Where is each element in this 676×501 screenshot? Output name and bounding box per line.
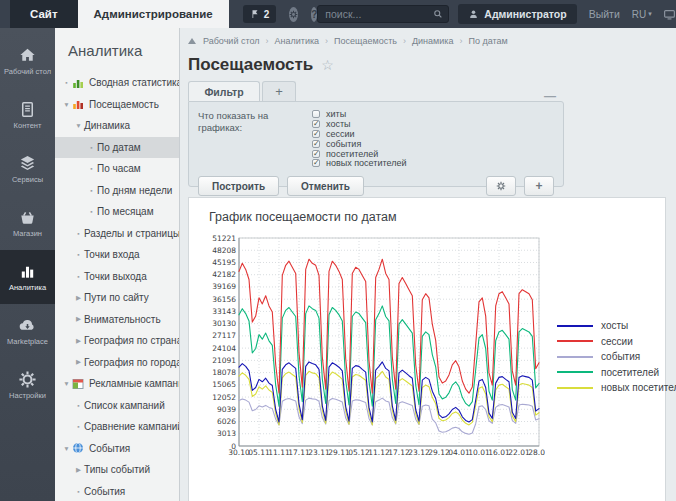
tab-administration[interactable]: Администрирование (78, 0, 229, 28)
checkbox[interactable] (312, 110, 320, 118)
traffic-line-chart: 0301360269039120521506518078210912410427… (209, 234, 545, 458)
menu-item[interactable]: ▶ География по странам (55, 330, 179, 352)
legend-line-swatch (557, 356, 593, 358)
checkbox[interactable]: ✓ (312, 140, 320, 148)
checkbox-row[interactable]: ✓ сессии (312, 129, 406, 139)
menu-item-label: Список кампаний (84, 400, 165, 411)
menu-item[interactable]: ▪ По месяцам (55, 201, 179, 223)
search-input[interactable] (323, 7, 433, 21)
checkbox[interactable]: ✓ (312, 159, 320, 167)
y-tick-label: 6026 (217, 417, 236, 426)
menu-item-marker-icon: ▪ (73, 230, 84, 237)
rail-item-label: Рабочий стол (4, 68, 51, 77)
add-filter-tab-button[interactable]: + (262, 81, 296, 101)
checkbox-row[interactable]: ✓ хосты (312, 119, 406, 129)
menu-item[interactable]: ▶ География по городам (55, 352, 179, 374)
menu-item[interactable]: ▶ Пути по сайту (55, 287, 179, 309)
rail-item-label: Marketplace (7, 338, 48, 347)
checkbox-row[interactable]: хиты (312, 109, 406, 119)
menu-item[interactable]: ▼ События (55, 438, 179, 460)
rail-item[interactable]: Рабочий стол (0, 34, 55, 88)
chart-title: График посещаемости по датам (201, 210, 665, 224)
desktop-icon[interactable] (188, 38, 196, 44)
logout-link[interactable]: Выйти (589, 8, 620, 20)
checkbox-label: новых посетителей (326, 158, 406, 168)
user-menu-button[interactable]: Администратор (458, 4, 576, 24)
filter-settings-button[interactable] (486, 176, 516, 196)
menu-item[interactable]: ▪ Сравнение кампаний (55, 416, 179, 438)
checkbox-row[interactable]: ✓ события (312, 139, 406, 149)
favorite-star-icon[interactable]: ☆ (321, 57, 334, 73)
rail-item-icon (18, 46, 38, 66)
chevron-separator-icon: › (325, 36, 328, 46)
menu-item-label: События (89, 443, 130, 454)
gear-icon (289, 10, 298, 19)
menu-item[interactable]: ▶ Типы событий (55, 459, 179, 481)
x-tick-label: 29.12 (428, 448, 450, 457)
menu-item[interactable]: ▼ Посещаемость (55, 94, 179, 116)
menu-item[interactable]: ▪ По датам (55, 137, 179, 159)
checkbox-row[interactable]: ✓ посетителей (312, 149, 406, 159)
menu-item[interactable]: ▼ Рекламные кампании (55, 373, 179, 395)
breadcrumb-item[interactable]: Аналитика › (275, 36, 329, 46)
menu-item[interactable]: ▼ Динамика (55, 115, 179, 137)
user-name: Администратор (484, 8, 566, 20)
menu-item[interactable]: ▪ По часам (55, 158, 179, 180)
add-filter-field-button[interactable]: + (524, 176, 554, 196)
search-icon[interactable] (433, 9, 443, 19)
menu-item-marker-icon: ▪ (86, 187, 97, 194)
breadcrumb-item[interactable]: Посещаемость › (334, 36, 406, 46)
breadcrumb-item[interactable]: Рабочий стол › (203, 36, 269, 46)
menu-item[interactable]: ▪ По дням недели (55, 180, 179, 202)
search-box (317, 5, 449, 23)
tab-site[interactable]: Сайт (10, 0, 78, 28)
cancel-button[interactable]: Отменить (287, 176, 364, 196)
rail-item[interactable]: Аналитика (0, 250, 55, 304)
legend-label: хосты (601, 320, 628, 331)
minimize-filter-icon[interactable]: — (536, 91, 564, 101)
rail-item-label: Сервисы (12, 176, 43, 185)
checkbox[interactable]: ✓ (312, 120, 320, 128)
settings-circle-button[interactable] (289, 7, 298, 22)
checkbox[interactable]: ✓ (312, 150, 320, 158)
menu-item-label: По дням недели (97, 185, 172, 196)
checkbox[interactable]: ✓ (312, 130, 320, 138)
rail-item[interactable]: Контент (0, 88, 55, 142)
notifications-count: 2 (264, 9, 270, 20)
notifications-button[interactable]: 2 (243, 5, 277, 23)
menu-item[interactable]: ▪ Список кампаний (55, 395, 179, 417)
menu-item[interactable]: ▪ Разделы и страницы (55, 223, 179, 245)
y-tick-label: 33143 (212, 307, 236, 316)
menu-item[interactable]: ▪ Сводная статистика (55, 72, 179, 94)
admin-app: Сайт Администрирование 2 ? Администратор… (0, 0, 676, 501)
y-tick-label: 51221 (212, 234, 236, 243)
menu-item-marker-icon: ▪ (61, 79, 72, 86)
legend-label: события (601, 351, 640, 362)
rail-item-icon (18, 370, 38, 390)
rail-item-icon (18, 262, 38, 282)
build-button[interactable]: Построить (198, 176, 279, 196)
rail-item[interactable]: Магазин (0, 196, 55, 250)
menu-item-marker-icon: ▶ (73, 466, 84, 474)
menu-item-marker-icon: ▼ (73, 122, 84, 129)
menu-item[interactable]: ▪ Точки входа (55, 244, 179, 266)
rail-item[interactable]: Настройки (0, 358, 55, 412)
menu-item[interactable]: ▪ События (55, 481, 179, 501)
rail-item[interactable]: Сервисы (0, 142, 55, 196)
menu-item[interactable]: ▶ Внимательность (55, 309, 179, 331)
checkbox-row[interactable]: ✓ новых посетителей (312, 158, 406, 168)
chart-area: 0301360269039120521506518078210912410427… (201, 234, 665, 458)
filter-buttons-row: Построить Отменить + (198, 176, 554, 196)
breadcrumb-item[interactable]: Динамика › (412, 36, 462, 46)
tab-filter[interactable]: Фильтр (188, 81, 260, 101)
language-selector[interactable]: RU ▾ (632, 9, 652, 20)
breadcrumb-item[interactable]: По датам › (468, 36, 507, 46)
legend-item: новых посетителей (557, 380, 676, 396)
rail-item[interactable]: Marketplace (0, 304, 55, 358)
legend-item: посетителей (557, 365, 676, 381)
chevron-separator-icon: › (266, 36, 269, 46)
menu-item[interactable]: ▪ Точки выхода (55, 266, 179, 288)
page-title: Посещаемость (188, 55, 313, 75)
site-view-button[interactable] (663, 8, 676, 21)
x-tick-label: 23.12 (408, 448, 430, 457)
